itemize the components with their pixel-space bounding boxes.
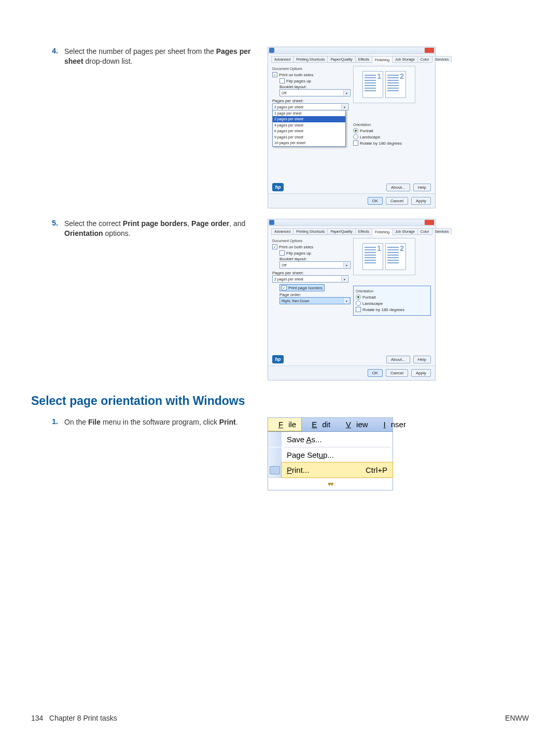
step-number: 1. [43,417,64,427]
dialog-titlebar [268,47,435,54]
booklet-layout-select[interactable]: Off▾ [279,261,351,269]
chevron-down-icon: ▾ [343,262,349,268]
tab-advanced[interactable]: Advanced [271,56,293,62]
printer-icon [270,466,280,474]
tab-color[interactable]: Color [417,56,432,62]
booklet-layout-select[interactable]: Off▾ [279,89,351,96]
ok-button[interactable]: OK [368,369,383,377]
section-heading: Select page orientation with Windows [31,394,529,408]
pages-per-sheet-dropdown[interactable]: 1 page per sheet 2 pages per sheet 4 pag… [272,110,346,147]
tab-printing-shortcuts[interactable]: Printing Shortcuts [293,228,328,234]
menu-insert[interactable]: Inser [373,418,411,431]
menu-edit[interactable]: Edit [301,418,335,431]
pps-option[interactable]: 9 pages per sheet [273,134,345,140]
menu-file[interactable]: File [268,418,302,431]
pps-option-selected[interactable]: 2 pages per sheet [273,116,345,122]
chapter-title: Chapter 8 Print tasks [49,714,117,722]
page-number: 134 [31,714,43,722]
tab-job-storage[interactable]: Job Storage [392,228,418,234]
pages-per-sheet-label: Pages per sheet: [272,99,350,103]
menu-view[interactable]: View [335,418,373,431]
flip-pages-up-checkbox[interactable] [279,78,285,83]
page-footer: 134 Chapter 8 Print tasks ENWW [31,714,529,722]
print-properties-dialog-1: Advanced Printing Shortcuts Paper/Qualit… [268,47,436,208]
page-preview: 1 2 [353,66,415,103]
step-number: 5. [43,219,64,238]
chevron-down-icon: ▾ [341,104,347,109]
menu-item-print[interactable]: Print... Ctrl+P [281,462,393,478]
print-both-sides-checkbox[interactable]: ✓ [272,244,277,249]
pps-option[interactable]: 16 pages per sheet [273,140,345,146]
tab-services[interactable]: Services [432,56,452,62]
hp-logo-icon: hp [272,355,284,363]
menu-shortcut: Ctrl+P [366,466,387,474]
ok-button[interactable]: OK [368,197,383,205]
document-options-label: Document Options [272,239,350,243]
rotate-checkbox[interactable] [353,140,358,146]
print-properties-dialog-2: Advanced Printing Shortcuts Paper/Qualit… [268,219,436,381]
tab-finishing[interactable]: Finishing [372,57,393,63]
print-both-sides-checkbox[interactable]: ✓ [272,72,277,77]
cancel-button[interactable]: Cancel [386,369,408,377]
tab-color[interactable]: Color [417,228,432,234]
tab-paper-quality[interactable]: Paper/Quality [327,228,355,234]
pages-per-sheet-select[interactable]: 2 pages per sheet▾ [272,103,348,110]
flip-pages-up-label: Flip pages up [286,79,311,83]
app-icon [269,48,274,53]
document-options-label: Document Options [272,67,350,71]
landscape-radio[interactable] [353,134,358,139]
apply-button[interactable]: Apply [411,369,431,377]
step-text: On the File menu in the software program… [64,417,260,427]
menu-expand[interactable]: ▾▾ [268,477,393,490]
menu-item-page-setup[interactable]: Page Setup... [282,447,393,462]
app-icon [269,220,274,225]
close-icon[interactable] [425,48,434,53]
booklet-layout-label: Booklet layout: [279,85,350,89]
tab-effects[interactable]: Effects [355,56,372,62]
tab-job-storage[interactable]: Job Storage [392,56,418,62]
about-button[interactable]: About... [386,356,410,363]
help-button[interactable]: Help [413,184,431,191]
chevron-down-icon: ▾ [341,276,347,282]
tab-effects[interactable]: Effects [355,228,372,234]
print-page-borders-label: Print page borders [288,286,323,290]
pps-option[interactable]: 1 page per sheet [273,110,345,116]
tab-finishing[interactable]: Finishing [372,229,393,235]
pages-per-sheet-label: Pages per sheet: [272,271,350,275]
dialog-tabs: Advanced Printing Shortcuts Paper/Qualit… [271,54,432,63]
flip-pages-up-checkbox[interactable] [279,250,285,256]
page-order-select[interactable]: Right, then Down▾ [279,297,351,304]
menubar: File Edit View Inser [268,418,393,432]
chevron-down-icon: ▾ [343,90,349,95]
dialog-tabs: Advanced Printing Shortcuts Paper/Qualit… [271,226,432,235]
landscape-radio[interactable] [356,301,361,306]
page-preview: 1 2 [353,238,415,275]
print-both-sides-label: Print on both sides [279,73,313,77]
print-page-borders-checkbox[interactable]: ✓ [282,285,287,290]
cancel-button[interactable]: Cancel [386,197,408,205]
tab-services[interactable]: Services [432,228,452,234]
footer-right: ENWW [505,714,529,722]
tab-advanced[interactable]: Advanced [271,228,293,234]
dialog-titlebar [268,219,435,226]
page-order-label: Page order: [279,292,350,297]
close-icon[interactable] [425,220,434,225]
pps-option[interactable]: 4 pages per sheet [273,122,345,128]
tab-printing-shortcuts[interactable]: Printing Shortcuts [293,56,328,62]
chevron-down-icon: ▾▾ [328,480,333,488]
portrait-radio[interactable] [353,128,358,133]
about-button[interactable]: About... [386,184,410,191]
pages-per-sheet-select[interactable]: 2 pages per sheet▾ [272,275,348,283]
tab-paper-quality[interactable]: Paper/Quality [327,56,355,62]
help-button[interactable]: Help [413,356,431,363]
orientation-label: Orientation [353,123,431,126]
apply-button[interactable]: Apply [411,197,431,205]
menu-item-save-as[interactable]: Save As... [282,432,393,447]
rotate-checkbox[interactable] [356,307,361,312]
hp-logo-icon: hp [272,183,284,191]
booklet-layout-label: Booklet layout: [279,257,350,261]
portrait-radio[interactable] [356,294,361,300]
pps-option[interactable]: 6 pages per sheet [273,128,345,134]
step-text: Select the number of pages per sheet fro… [64,47,260,66]
orientation-label: Orientation [356,289,428,293]
